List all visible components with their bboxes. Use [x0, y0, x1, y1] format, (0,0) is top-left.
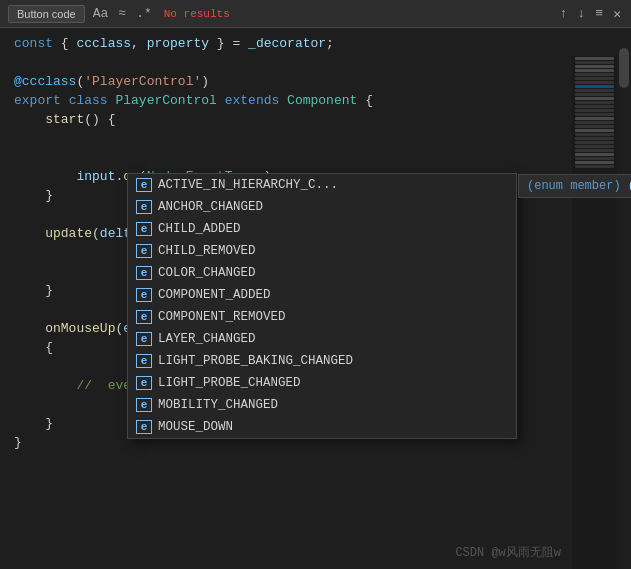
- toolbar: Button code Aa ≈ .* No results ↑ ↓ ≡ ✕: [0, 0, 631, 28]
- enum-icon-11: e: [136, 420, 152, 434]
- autocomplete-label-9: LIGHT_PROBE_CHANGED: [158, 376, 508, 390]
- code-line-2: [0, 53, 631, 72]
- autocomplete-detail: (enum member) (enum member) NodeEventTyp…: [518, 174, 631, 198]
- autocomplete-label-0: ACTIVE_IN_HIERARCHY_C...: [158, 178, 508, 192]
- autocomplete-dropdown[interactable]: (enum member) (enum member) NodeEventTyp…: [127, 173, 517, 439]
- enum-icon-2: e: [136, 222, 152, 236]
- more-icon[interactable]: ≡: [593, 6, 605, 21]
- autocomplete-label-5: COMPONENT_ADDED: [158, 288, 508, 302]
- autocomplete-item-9[interactable]: e LIGHT_PROBE_CHANGED: [128, 372, 516, 394]
- watermark: CSDN @w风雨无阻w: [455, 544, 561, 561]
- enum-icon-10: e: [136, 398, 152, 412]
- autocomplete-item-0[interactable]: e ACTIVE_IN_HIERARCHY_C...: [128, 174, 516, 196]
- next-result-icon[interactable]: ↓: [576, 6, 588, 21]
- code-line-6: [0, 129, 631, 148]
- autocomplete-label-6: COMPONENT_REMOVED: [158, 310, 508, 324]
- close-icon[interactable]: ✕: [611, 6, 623, 22]
- format-icon[interactable]: Aa: [91, 6, 111, 21]
- code-line-1: const { ccclass, property } = _decorator…: [0, 34, 631, 53]
- enum-icon-1: e: [136, 200, 152, 214]
- code-line-5: start() {: [0, 110, 631, 129]
- autocomplete-item-11[interactable]: e MOUSE_DOWN: [128, 416, 516, 438]
- enum-icon-4: e: [136, 266, 152, 280]
- autocomplete-label-4: COLOR_CHANGED: [158, 266, 508, 280]
- autocomplete-item-8[interactable]: e LIGHT_PROBE_BAKING_CHANGED: [128, 350, 516, 372]
- code-editor[interactable]: const { ccclass, property } = _decorator…: [0, 28, 631, 569]
- code-line-7: [0, 148, 631, 167]
- autocomplete-item-7[interactable]: e LAYER_CHANGED: [128, 328, 516, 350]
- code-line-4: export class PlayerControl extends Compo…: [0, 91, 631, 110]
- autocomplete-item-4[interactable]: e COLOR_CHANGED: [128, 262, 516, 284]
- autocomplete-item-1[interactable]: e ANCHOR_CHANGED: [128, 196, 516, 218]
- autocomplete-label-1: ANCHOR_CHANGED: [158, 200, 508, 214]
- autocomplete-label-11: MOUSE_DOWN: [158, 420, 508, 434]
- autocomplete-label-10: MOBILITY_CHANGED: [158, 398, 508, 412]
- enum-icon-9: e: [136, 376, 152, 390]
- enum-icon-0: e: [136, 178, 152, 192]
- enum-icon-7: e: [136, 332, 152, 346]
- prev-result-icon[interactable]: ↑: [558, 6, 570, 21]
- autocomplete-label-3: CHILD_REMOVED: [158, 244, 508, 258]
- match-icon[interactable]: ≈: [116, 6, 128, 21]
- scrollbar-track[interactable]: [617, 28, 631, 569]
- regex-icon[interactable]: .*: [134, 6, 154, 21]
- enum-icon-3: e: [136, 244, 152, 258]
- autocomplete-item-5[interactable]: e COMPONENT_ADDED: [128, 284, 516, 306]
- code-line-3: @ccclass('PlayerControl'): [0, 72, 631, 91]
- enum-icon-6: e: [136, 310, 152, 324]
- autocomplete-item-10[interactable]: e MOBILITY_CHANGED: [128, 394, 516, 416]
- autocomplete-item-3[interactable]: e CHILD_REMOVED: [128, 240, 516, 262]
- button-code-btn[interactable]: Button code: [8, 5, 85, 23]
- enum-icon-8: e: [136, 354, 152, 368]
- no-results-label: No results: [164, 8, 230, 20]
- autocomplete-item-2[interactable]: e CHILD_ADDED: [128, 218, 516, 240]
- autocomplete-item-6[interactable]: e COMPONENT_REMOVED: [128, 306, 516, 328]
- minimap: [572, 56, 617, 569]
- scrollbar-thumb[interactable]: [619, 48, 629, 88]
- autocomplete-label-8: LIGHT_PROBE_BAKING_CHANGED: [158, 354, 508, 368]
- autocomplete-label-2: CHILD_ADDED: [158, 222, 508, 236]
- autocomplete-label-7: LAYER_CHANGED: [158, 332, 508, 346]
- enum-icon-5: e: [136, 288, 152, 302]
